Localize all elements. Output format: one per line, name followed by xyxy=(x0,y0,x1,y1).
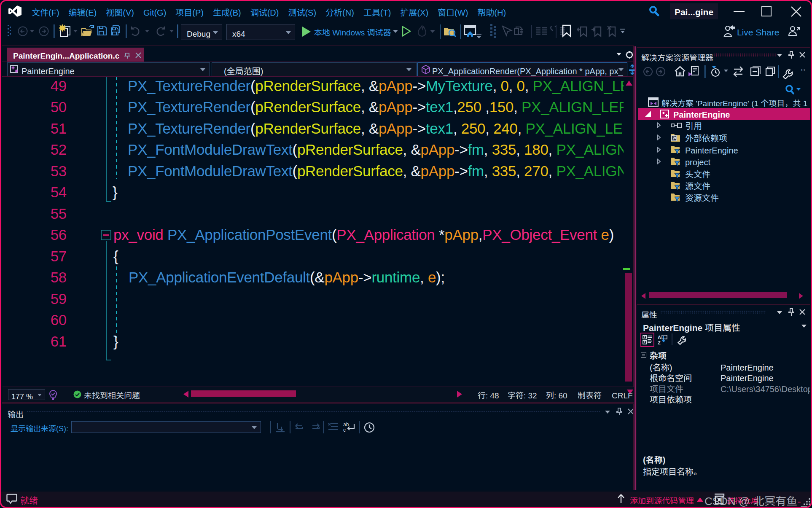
svg-text:c: c xyxy=(343,427,346,433)
svg-text:Z: Z xyxy=(658,340,661,345)
svg-text:ab: ab xyxy=(343,422,349,427)
svg-text:A: A xyxy=(658,335,661,340)
